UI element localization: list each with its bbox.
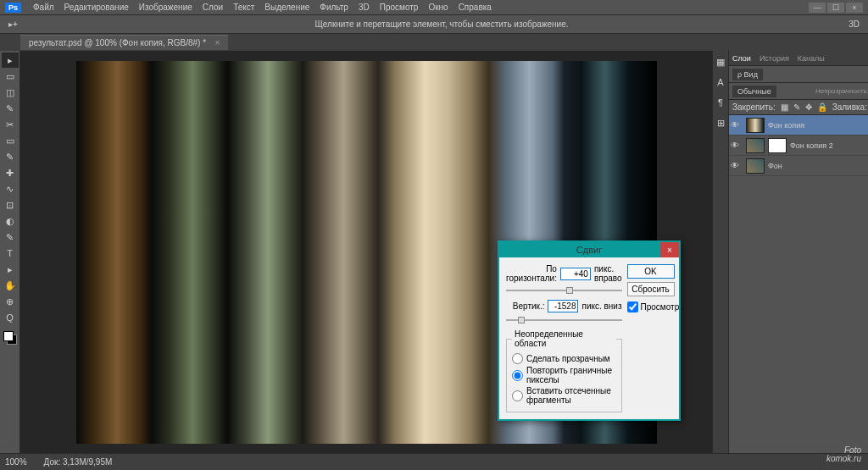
panel-strip: ▦ A ¶ ⊞ <box>713 51 729 453</box>
lock-position-icon[interactable]: ✥ <box>805 102 812 112</box>
options-hint: Щелкните и перетащите элемент, чтобы сме… <box>314 19 568 29</box>
layer-row[interactable]: 👁 Фон копия 2 <box>729 135 868 156</box>
tab-layers[interactable]: Слои <box>732 54 751 63</box>
styles-icon[interactable]: ⊞ <box>713 115 728 130</box>
swatches-icon[interactable]: ▦ <box>713 54 728 69</box>
lock-transparent-icon[interactable]: ▦ <box>781 102 788 112</box>
right-panels: ▦ A ¶ ⊞ Слои История Каналы ρ Вид Обычны… <box>712 51 868 453</box>
brush-tool[interactable]: ✚ <box>2 165 19 180</box>
offset-dialog: Сдвиг × По горизонтали: пикс. вправо Вер… <box>498 241 681 421</box>
zoom-level[interactable]: 100% <box>5 457 27 467</box>
current-tool-icon: ▸+ <box>8 19 18 29</box>
layer-name[interactable]: Фон копия 2 <box>790 141 833 150</box>
undefined-areas-legend: Неопределенные области <box>512 329 616 348</box>
eraser-tool[interactable]: ◐ <box>2 213 19 229</box>
tab-channels[interactable]: Каналы <box>798 54 825 63</box>
reset-button[interactable]: Сбросить <box>627 282 675 296</box>
heal-tool[interactable]: ✎ <box>2 149 19 164</box>
dialog-titlebar[interactable]: Сдвиг × <box>499 242 679 257</box>
lock-pixels-icon[interactable]: ✎ <box>793 102 800 112</box>
layer-thumbnail[interactable] <box>746 138 765 153</box>
watermark: Fotokomok.ru <box>826 446 861 463</box>
layer-filter-kind[interactable]: ρ Вид <box>732 69 763 80</box>
lock-all-icon[interactable]: 🔒 <box>817 102 827 112</box>
menu-edit[interactable]: Редактирование <box>59 3 134 12</box>
stamp-tool[interactable]: ∿ <box>2 181 19 196</box>
layers-list: 👁 Фон копия 👁 Фон копия 2 👁 Фон 🔒 <box>729 115 868 453</box>
window-maximize-button[interactable]: ☐ <box>827 3 844 13</box>
layer-name[interactable]: Фон <box>768 162 782 170</box>
dialog-close-button[interactable]: × <box>660 242 679 257</box>
lock-label: Закрепить: <box>732 102 776 112</box>
character-icon[interactable]: A <box>713 75 728 90</box>
layer-row[interactable]: 👁 Фон копия <box>729 115 868 135</box>
wand-tool[interactable]: ✎ <box>2 101 19 116</box>
menu-window[interactable]: Окно <box>423 3 453 12</box>
layer-row[interactable]: 👁 Фон 🔒 <box>729 156 868 176</box>
radio-repeat-edge[interactable]: Повторить граничные пикселы <box>512 366 616 384</box>
vertical-input[interactable] <box>548 300 578 312</box>
horizontal-unit: пикс. вправо <box>594 264 622 283</box>
visibility-icon[interactable]: 👁 <box>731 120 743 130</box>
zoom-tool[interactable]: ⊕ <box>2 294 19 309</box>
layer-mask-thumbnail[interactable] <box>768 138 787 153</box>
vertical-unit: пикс. вниз <box>581 301 621 311</box>
paragraph-icon[interactable]: ¶ <box>713 95 728 110</box>
document-tab-close-icon[interactable]: × <box>215 38 220 47</box>
panel-tabs: Слои История Каналы <box>729 51 868 66</box>
layer-thumbnail[interactable] <box>746 118 765 133</box>
menu-file[interactable]: Файл <box>28 3 59 12</box>
horizontal-label: По горизонтали: <box>506 264 557 283</box>
doc-size[interactable]: Док: 3,13M/9,95M <box>44 457 113 467</box>
radio-transparent[interactable]: Сделать прозрачным <box>512 353 616 364</box>
menu-3d[interactable]: 3D <box>353 3 375 12</box>
menu-layers[interactable]: Слои <box>198 3 228 12</box>
eyedropper-tool[interactable]: ▭ <box>2 133 19 148</box>
lasso-tool[interactable]: ◫ <box>2 85 19 100</box>
marquee-tool[interactable]: ▭ <box>2 69 19 84</box>
app-logo: Ps <box>5 3 21 13</box>
options-3d[interactable]: 3D <box>849 19 860 29</box>
ok-button[interactable]: OK <box>627 264 675 279</box>
menubar: Ps Файл Редактирование Изображение Слои … <box>0 0 868 15</box>
layer-thumbnail[interactable] <box>746 158 765 174</box>
document-tabs: результат.psd @ 100% (Фон копия, RGB/8#)… <box>0 34 868 51</box>
crop-tool[interactable]: ✂ <box>2 117 19 132</box>
document-tab[interactable]: результат.psd @ 100% (Фон копия, RGB/8#)… <box>20 35 228 50</box>
pen-tool[interactable]: ▸ <box>2 262 19 277</box>
tab-history[interactable]: История <box>760 54 789 63</box>
radio-wrap[interactable]: Вставить отсеченные фрагменты <box>512 386 616 405</box>
foreground-color-swatch[interactable] <box>3 331 14 341</box>
color-swatches[interactable] <box>3 331 17 345</box>
layers-panel: Слои История Каналы ρ Вид Обычные Непроз… <box>729 51 868 453</box>
visibility-icon[interactable]: 👁 <box>731 161 743 170</box>
window-close-button[interactable]: × <box>846 3 863 13</box>
blend-row: Обычные Непрозрачность: 100% <box>729 83 868 100</box>
layer-filter-row: ρ Вид <box>729 66 868 83</box>
type-tool[interactable]: T <box>2 246 19 261</box>
visibility-icon[interactable]: 👁 <box>731 141 743 150</box>
history-brush-tool[interactable]: ⊡ <box>2 197 19 213</box>
menu-select[interactable]: Выделение <box>259 3 314 12</box>
blend-mode-select[interactable]: Обычные <box>732 86 776 97</box>
vertical-slider[interactable] <box>506 316 622 324</box>
menu-text[interactable]: Текст <box>228 3 259 12</box>
horizontal-slider[interactable] <box>506 286 622 295</box>
undefined-areas-group: Неопределенные области Сделать прозрачны… <box>506 329 622 412</box>
options-bar: ▸+ Щелкните и перетащите элемент, чтобы … <box>0 15 868 34</box>
menu-filter[interactable]: Фильтр <box>314 3 353 12</box>
menu-help[interactable]: Справка <box>453 3 497 12</box>
window-minimize-button[interactable]: — <box>809 3 826 13</box>
quickmask-tool[interactable]: Q <box>2 310 19 325</box>
preview-checkbox[interactable]: Просмотр <box>627 301 675 312</box>
layer-name[interactable]: Фон копия <box>768 121 804 130</box>
dialog-title: Сдвиг <box>576 245 602 255</box>
tools-panel: ▸ ▭ ◫ ✎ ✂ ▭ ✎ ✚ ∿ ⊡ ◐ ✎ T ▸ ✋ ⊕ Q <box>0 51 20 453</box>
move-tool[interactable]: ▸ <box>2 53 19 68</box>
menu-image[interactable]: Изображение <box>134 3 198 12</box>
menu-view[interactable]: Просмотр <box>375 3 424 12</box>
hand-tool[interactable]: ✋ <box>2 278 19 293</box>
gradient-tool[interactable]: ✎ <box>2 229 19 245</box>
horizontal-input[interactable] <box>560 268 591 280</box>
opacity-label: Непрозрачность: <box>815 87 868 95</box>
